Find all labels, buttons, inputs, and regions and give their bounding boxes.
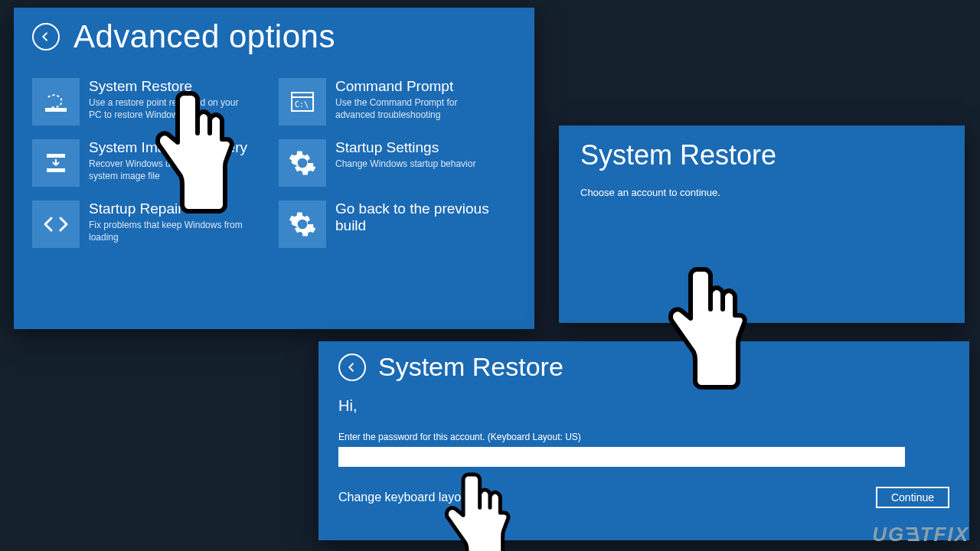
- tile-desc: Fix problems that keep Windows from load…: [89, 219, 250, 243]
- svg-rect-0: [45, 108, 67, 112]
- continue-button[interactable]: Continue: [876, 487, 949, 508]
- tile-desc: Change Windows startup behavior: [335, 158, 475, 170]
- tile-title: System Restore: [89, 78, 250, 95]
- tile-title: Startup Settings: [335, 139, 475, 156]
- panel1-title: Advanced options: [74, 18, 335, 55]
- tile-desc: Use a restore point recorded on your PC …: [89, 96, 250, 121]
- watermark: UGETFIX: [872, 523, 969, 546]
- tile-text: Go back to the previous build: [335, 201, 508, 248]
- system-restore-password-panel: System Restore Hi, Enter the password fo…: [318, 341, 969, 540]
- back-button[interactable]: [338, 354, 366, 381]
- system-restore-account-panel: System Restore Choose an account to cont…: [559, 126, 965, 323]
- tile-system-restore[interactable]: System Restore Use a restore point recor…: [32, 78, 262, 126]
- gear-icon: [279, 139, 326, 187]
- tile-title: Command Prompt: [335, 78, 496, 95]
- advanced-options-panel: Advanced options System Restore Use a re…: [14, 8, 534, 329]
- back-button[interactable]: [32, 23, 60, 51]
- panel2-title: System Restore: [580, 139, 943, 171]
- tile-text: System Image Recovery Recover Windows us…: [89, 139, 250, 187]
- terminal-icon: C:\: [279, 78, 326, 126]
- tile-startup-settings[interactable]: Startup Settings Change Windows startup …: [279, 139, 508, 187]
- gear-icon: [279, 201, 326, 248]
- tile-go-back[interactable]: Go back to the previous build: [279, 201, 508, 248]
- panel2-subtitle: Choose an account to continue.: [580, 187, 943, 198]
- arrow-left-icon: [39, 30, 53, 44]
- tile-grid: System Restore Use a restore point recor…: [32, 78, 516, 248]
- panel3-title: System Restore: [378, 352, 564, 382]
- svg-rect-4: [47, 154, 65, 158]
- greeting-text: Hi,: [338, 397, 949, 415]
- tile-title: Startup Repair: [89, 201, 250, 217]
- panel3-header: System Restore: [338, 352, 949, 382]
- svg-rect-5: [47, 168, 65, 172]
- panel3-bottom: Change keyboard layout Continue: [338, 487, 949, 508]
- tile-system-image-recovery[interactable]: System Image Recovery Recover Windows us…: [32, 139, 262, 187]
- tile-title: System Image Recovery: [89, 139, 250, 156]
- change-keyboard-link[interactable]: Change keyboard layout: [338, 491, 471, 504]
- tile-title: Go back to the previous build: [335, 201, 508, 234]
- tile-text: System Restore Use a restore point recor…: [89, 78, 250, 126]
- tile-startup-repair[interactable]: Startup Repair Fix problems that keep Wi…: [32, 201, 262, 248]
- code-icon: [32, 201, 80, 248]
- password-hint: Enter the password for this account. (Ke…: [338, 432, 949, 442]
- tile-desc: Recover Windows using a specific system …: [89, 158, 250, 182]
- tile-text: Command Prompt Use the Command Prompt fo…: [335, 78, 496, 126]
- tile-text: Startup Settings Change Windows startup …: [335, 139, 475, 187]
- svg-text:C:\: C:\: [295, 100, 309, 109]
- password-input[interactable]: [338, 447, 905, 467]
- panel1-header: Advanced options: [32, 18, 516, 55]
- tile-desc: Use the Command Prompt for advanced trou…: [335, 96, 496, 121]
- restore-icon: [32, 78, 80, 126]
- tile-command-prompt[interactable]: C:\ Command Prompt Use the Command Promp…: [279, 78, 508, 126]
- arrow-left-icon: [345, 360, 359, 374]
- image-recovery-icon: [32, 139, 80, 187]
- tile-text: Startup Repair Fix problems that keep Wi…: [89, 201, 250, 248]
